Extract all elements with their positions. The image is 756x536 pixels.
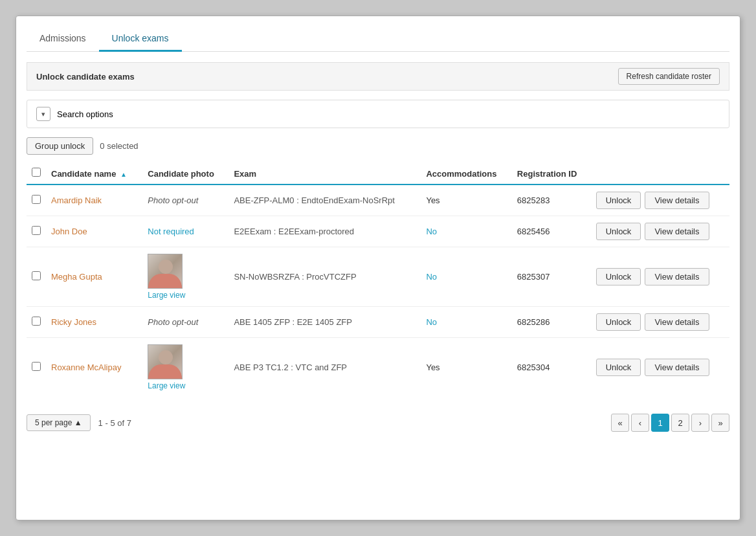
tab-admissions[interactable]: Admissions xyxy=(27,27,99,52)
exam-name: ABE-ZFP-ALM0 : EndtoEndExam-NoSrRpt xyxy=(234,195,395,205)
candidate-name[interactable]: Megha Gupta xyxy=(51,272,102,282)
search-options-panel[interactable]: ▾ Search options xyxy=(27,100,729,128)
view-details-button[interactable]: View details xyxy=(645,192,709,209)
action-buttons: Unlock View details xyxy=(596,268,724,285)
action-buttons: Unlock View details xyxy=(596,192,724,209)
candidate-name[interactable]: Amardip Naik xyxy=(51,195,102,205)
row-checkbox-3[interactable] xyxy=(32,317,41,326)
th-registration-id: Registration ID xyxy=(512,162,591,184)
unlock-button[interactable]: Unlock xyxy=(596,192,641,209)
registration-id: 6825456 xyxy=(517,227,550,236)
unlock-button[interactable]: Unlock xyxy=(596,268,641,285)
photo-status: Photo opt-out xyxy=(148,317,198,327)
th-candidate-name[interactable]: Candidate name ▲ xyxy=(46,162,142,184)
table-row: Amardip NaikPhoto opt-outABE-ZFP-ALM0 : … xyxy=(27,184,729,216)
exam-name: ABE P3 TC1.2 : VTC and ZFP xyxy=(234,363,347,372)
candidate-photo-img xyxy=(148,344,183,379)
view-details-button[interactable]: View details xyxy=(645,359,709,376)
table-row: John DoeNot requiredE2EExam : E2EExam-pr… xyxy=(27,216,729,247)
search-options-label: Search options xyxy=(57,109,113,119)
photo-status: Photo opt-out xyxy=(148,195,198,205)
unlock-button[interactable]: Unlock xyxy=(596,359,641,376)
prev-page-button[interactable]: ‹ xyxy=(631,414,649,432)
row-checkbox-1[interactable] xyxy=(32,226,41,235)
table-row: Roxanne McAlipay Large view ABE P3 TC1.2… xyxy=(27,338,729,397)
pagination-bar: 5 per page ▲ 1 - 5 of 7 « ‹ 1 2 › » xyxy=(27,407,729,432)
group-unlock-row: Group unlock 0 selected xyxy=(27,137,729,155)
table-row: Megha Gupta Large view SN-NoWBSRZFA : Pr… xyxy=(27,247,729,307)
main-window: Admissions Unlock exams Unlock candidate… xyxy=(16,16,740,520)
accommodations-value: No xyxy=(426,272,437,282)
row-checkbox-2[interactable] xyxy=(32,271,41,280)
th-actions xyxy=(591,162,729,184)
page-2-button[interactable]: 2 xyxy=(671,414,689,432)
page-range: 1 - 5 of 7 xyxy=(98,418,131,428)
group-unlock-button[interactable]: Group unlock xyxy=(27,137,93,155)
photo-status: Not required xyxy=(148,227,194,236)
view-details-button[interactable]: View details xyxy=(645,313,709,331)
candidate-name[interactable]: Ricky Jones xyxy=(51,317,96,327)
unlock-button[interactable]: Unlock xyxy=(596,223,641,240)
candidate-name[interactable]: Roxanne McAlipay xyxy=(51,363,121,372)
accommodations-value: No xyxy=(426,317,437,327)
action-buttons: Unlock View details xyxy=(596,313,724,331)
table-row: Ricky JonesPhoto opt-outABE 1405 ZFP : E… xyxy=(27,307,729,338)
photo-cell: Large view xyxy=(148,344,223,390)
registration-id: 6825304 xyxy=(517,363,550,372)
sort-asc-icon: ▲ xyxy=(120,171,127,178)
th-candidate-photo: Candidate photo xyxy=(142,162,228,184)
th-checkbox xyxy=(27,162,46,184)
next-page-button[interactable]: › xyxy=(691,414,709,432)
registration-id: 6825307 xyxy=(517,272,550,282)
accommodations-value: Yes xyxy=(426,363,439,372)
registration-id: 6825286 xyxy=(517,317,550,327)
header-bar: Unlock candidate exams Refresh candidate… xyxy=(27,62,729,91)
exam-name: SN-NoWBSRZFA : ProcVTCZFP xyxy=(234,272,356,282)
row-checkbox-4[interactable] xyxy=(32,362,41,371)
photo-cell: Large view xyxy=(148,254,223,300)
select-all-checkbox[interactable] xyxy=(32,168,41,177)
candidate-photo-img xyxy=(148,254,183,289)
header-title: Unlock candidate exams xyxy=(36,72,135,82)
registration-id: 6825283 xyxy=(517,195,550,205)
large-view-link[interactable]: Large view xyxy=(148,381,185,390)
refresh-button[interactable]: Refresh candidate roster xyxy=(618,68,720,85)
row-checkbox-0[interactable] xyxy=(32,195,41,204)
table-header-row: Candidate name ▲ Candidate photo Exam Ac… xyxy=(27,162,729,184)
action-buttons: Unlock View details xyxy=(596,359,724,376)
candidate-name[interactable]: John Doe xyxy=(51,227,87,236)
th-accommodations: Accommodations xyxy=(421,162,511,184)
tab-bar: Admissions Unlock exams xyxy=(27,27,729,52)
tab-unlock-exams[interactable]: Unlock exams xyxy=(99,27,182,52)
first-page-button[interactable]: « xyxy=(611,414,629,432)
selected-count: 0 selected xyxy=(100,141,138,151)
exam-name: E2EExam : E2EExam-proctored xyxy=(234,227,354,236)
action-buttons: Unlock View details xyxy=(596,223,724,240)
chevron-down-icon: ▾ xyxy=(36,107,50,121)
pagination-right: « ‹ 1 2 › » xyxy=(611,414,729,432)
exam-name: ABE 1405 ZFP : E2E 1405 ZFP xyxy=(234,317,352,327)
candidates-table: Candidate name ▲ Candidate photo Exam Ac… xyxy=(27,162,729,397)
accommodations-value: No xyxy=(426,227,437,236)
accommodations-value: Yes xyxy=(426,195,439,205)
large-view-link[interactable]: Large view xyxy=(148,291,185,300)
view-details-button[interactable]: View details xyxy=(645,268,709,285)
th-exam: Exam xyxy=(228,162,421,184)
per-page-button[interactable]: 5 per page ▲ xyxy=(27,414,91,431)
page-1-button[interactable]: 1 xyxy=(651,414,669,432)
pagination-left: 5 per page ▲ 1 - 5 of 7 xyxy=(27,414,131,431)
last-page-button[interactable]: » xyxy=(711,414,729,432)
view-details-button[interactable]: View details xyxy=(645,223,709,240)
unlock-button[interactable]: Unlock xyxy=(596,313,641,331)
